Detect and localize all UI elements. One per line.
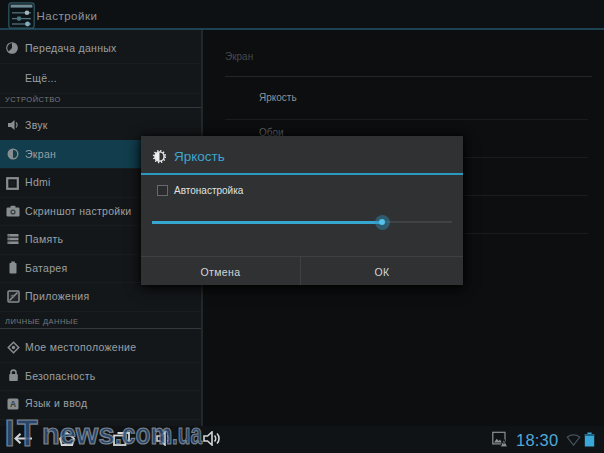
svg-text:A: A bbox=[10, 399, 16, 409]
